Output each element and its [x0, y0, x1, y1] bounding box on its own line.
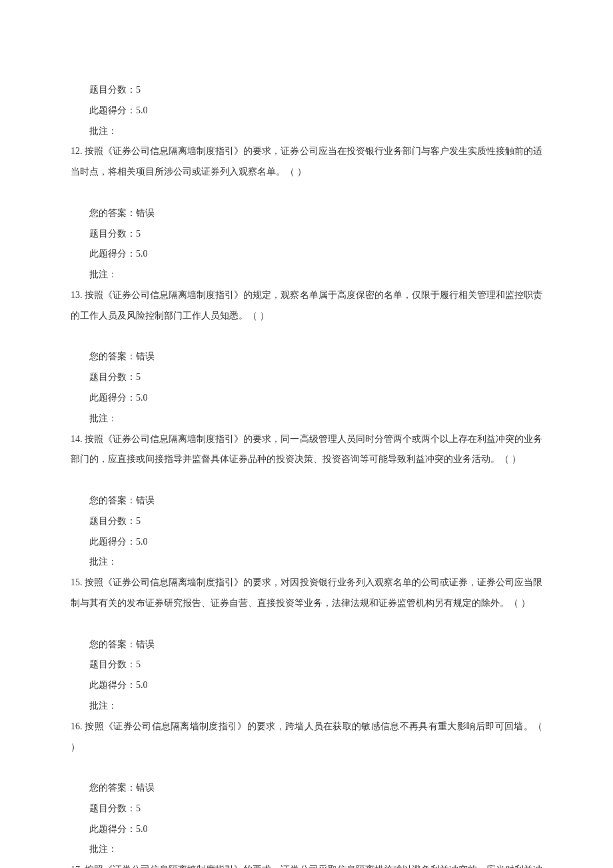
question-body: 按照《证券公司信息隔离墙制度指引》的规定，观察名单属于高度保密的名单，仅限于履行…: [71, 290, 542, 321]
question-body: 按照《证券公司信息隔离墙制度指引》的要求，对因投资银行业务列入观察名单的公司或证…: [71, 577, 542, 608]
question-score-label: 题目分数：: [89, 803, 136, 813]
your-answer-label: 您的答案：: [89, 208, 136, 218]
your-answer-value: 错误: [136, 495, 155, 505]
question-body: 按照《证券公司信息隔离墙制度指引》的要求，证券公司应当在投资银行业务部门与客户发…: [71, 146, 542, 177]
meta-question-score-line: 题目分数：5: [71, 655, 542, 675]
your-answer-label: 您的答案：: [89, 639, 136, 649]
question-score-value: 5: [136, 516, 141, 526]
question-score-value: 5: [136, 85, 141, 95]
note-label: 批注：: [89, 844, 117, 854]
meta-question-score-line: 题目分数：5: [71, 80, 542, 101]
question-17: 17. 按照《证券公司信息隔离墙制度指引》的要求，证券公司采取信息隔离措施难以避…: [71, 860, 542, 868]
question-score-value: 5: [136, 803, 141, 813]
question-12: 12. 按照《证券公司信息隔离墙制度指引》的要求，证券公司应当在投资银行业务部门…: [71, 141, 542, 183]
note-label: 批注：: [89, 701, 117, 711]
meta-note-line: 批注：: [71, 409, 542, 429]
earned-score-label: 此题得分：: [89, 393, 136, 403]
meta-question-score-line: 题目分数：5: [71, 511, 542, 532]
your-answer-line: 您的答案：错误: [71, 778, 542, 799]
question-number: 16.: [71, 721, 83, 731]
question-score-value: 5: [136, 659, 141, 669]
meta-note-line: 批注：: [71, 265, 542, 285]
earned-score-label: 此题得分：: [89, 105, 136, 115]
question-score-label: 题目分数：: [89, 372, 136, 382]
question-body: 按照《证券公司信息隔离墙制度指引》的要求，证券公司采取信息隔离措施难以避免利益冲…: [71, 865, 542, 868]
question-16: 16. 按照《证券公司信息隔离墙制度指引》的要求，跨墙人员在获取的敏感信息不再具…: [71, 717, 542, 758]
question-15: 15. 按照《证券公司信息隔离墙制度指引》的要求，对因投资银行业务列入观察名单的…: [71, 573, 542, 614]
meta-earned-score-line: 此题得分：5.0: [71, 675, 542, 696]
your-answer-label: 您的答案：: [89, 351, 136, 361]
meta-note-line: 批注：: [71, 696, 542, 717]
earned-score-value: 5.0: [136, 249, 148, 259]
question-score-value: 5: [136, 229, 141, 239]
note-label: 批注：: [89, 269, 117, 279]
your-answer-value: 错误: [136, 208, 155, 218]
earned-score-value: 5.0: [136, 393, 148, 403]
your-answer-line: 您的答案：错误: [71, 347, 542, 367]
your-answer-line: 您的答案：错误: [71, 203, 542, 224]
earned-score-label: 此题得分：: [89, 537, 136, 547]
meta-question-score-line: 题目分数：5: [71, 224, 542, 245]
question-score-label: 题目分数：: [89, 229, 136, 239]
question-score-value: 5: [136, 372, 141, 382]
question-14: 14. 按照《证券公司信息隔离墙制度指引》的要求，同一高级管理人员同时分管两个或…: [71, 429, 542, 471]
question-body: 按照《证券公司信息隔离墙制度指引》的要求，同一高级管理人员同时分管两个或两个以上…: [71, 434, 542, 465]
question-number: 14.: [71, 434, 83, 444]
your-answer-label: 您的答案：: [89, 783, 136, 793]
meta-note-line: 批注：: [71, 839, 542, 860]
earned-score-value: 5.0: [136, 537, 148, 547]
question-score-label: 题目分数：: [89, 659, 136, 669]
meta-note-line: 批注：: [71, 121, 542, 142]
question-number: 12.: [71, 146, 83, 156]
your-answer-label: 您的答案：: [89, 495, 136, 505]
meta-earned-score-line: 此题得分：5.0: [71, 388, 542, 409]
meta-earned-score-line: 此题得分：5.0: [71, 819, 542, 840]
meta-question-score-line: 题目分数：5: [71, 799, 542, 819]
question-13: 13. 按照《证券公司信息隔离墙制度指引》的规定，观察名单属于高度保密的名单，仅…: [71, 285, 542, 327]
meta-earned-score-line: 此题得分：5.0: [71, 244, 542, 265]
question-body: 按照《证券公司信息隔离墙制度指引》的要求，跨墙人员在获取的敏感信息不再具有重大影…: [71, 721, 542, 752]
question-score-label: 题目分数：: [89, 516, 136, 526]
note-label: 批注：: [89, 126, 117, 136]
your-answer-value: 错误: [136, 639, 155, 649]
earned-score-value: 5.0: [136, 824, 148, 834]
your-answer-value: 错误: [136, 783, 155, 793]
your-answer-line: 您的答案：错误: [71, 635, 542, 655]
question-number: 17.: [71, 865, 83, 868]
earned-score-label: 此题得分：: [89, 824, 136, 834]
earned-score-value: 5.0: [136, 680, 148, 690]
meta-question-score-line: 题目分数：5: [71, 367, 542, 388]
earned-score-label: 此题得分：: [89, 680, 136, 690]
note-label: 批注：: [89, 557, 117, 567]
earned-score-value: 5.0: [136, 105, 148, 115]
meta-earned-score-line: 此题得分：5.0: [71, 532, 542, 553]
your-answer-value: 错误: [136, 351, 155, 361]
your-answer-line: 您的答案：错误: [71, 491, 542, 511]
note-label: 批注：: [89, 413, 117, 423]
question-number: 15.: [71, 577, 83, 587]
meta-note-line: 批注：: [71, 552, 542, 573]
meta-earned-score-line: 此题得分：5.0: [71, 101, 542, 121]
question-score-label: 题目分数：: [89, 85, 136, 95]
question-number: 13.: [71, 290, 83, 300]
earned-score-label: 此题得分：: [89, 249, 136, 259]
